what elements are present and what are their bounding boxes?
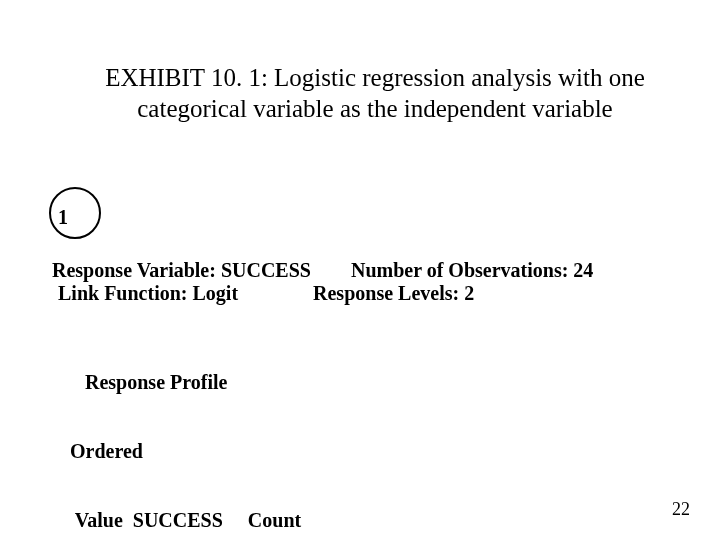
response-profile-header: Response Profile xyxy=(70,371,301,394)
response-profile-col1: Ordered xyxy=(70,440,301,463)
document-page: EXHIBIT 10. 1: Logistic regression analy… xyxy=(0,0,720,540)
page-number: 22 xyxy=(672,499,690,520)
response-profile-block: Response Profile Ordered Value SUCCESS C… xyxy=(70,325,301,540)
callout-circle xyxy=(49,187,101,239)
exhibit-title: EXHIBIT 10. 1: Logistic regression analy… xyxy=(90,62,660,125)
meta-link-function-line: Link Function: Logit Response Levels: 2 xyxy=(58,282,474,305)
meta-response-variable-line: Response Variable: SUCCESS Number of Obs… xyxy=(52,259,593,282)
callout-number: 1 xyxy=(58,206,68,229)
response-profile-col2: Value SUCCESS Count xyxy=(70,509,301,532)
